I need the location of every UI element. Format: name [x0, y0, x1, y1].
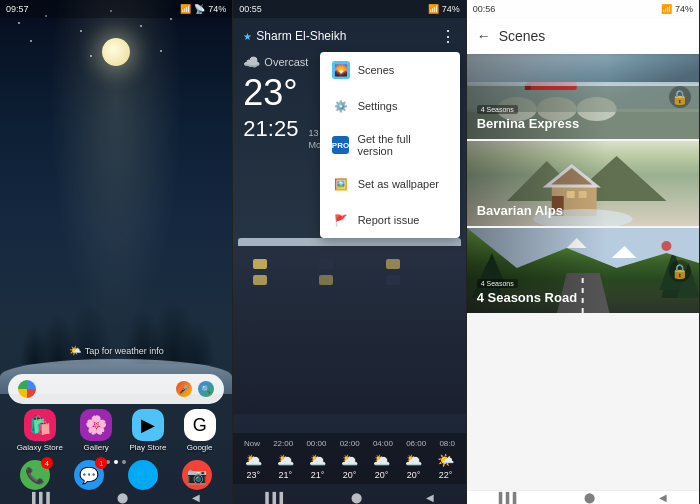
back-button[interactable]: ← [477, 28, 491, 44]
fc-item-4: 🌥️ 20° [373, 452, 390, 480]
pro-menu-icon: PRO [332, 136, 350, 154]
phone-badge: 4 [41, 457, 53, 469]
search-bar[interactable]: 🎤 🔍 [8, 374, 224, 404]
scene-tag-seasons: 4 Seasons [477, 279, 518, 288]
play-store-icon[interactable]: ▶ Play Store [129, 409, 166, 452]
fc-item-0: 🌥️ 23° [245, 452, 262, 480]
back-button[interactable]: ◀ [426, 492, 434, 503]
back-button[interactable]: ◀ [659, 492, 667, 503]
home-button[interactable]: ⬤ [351, 492, 362, 503]
forecast-hours: 🌥️ 23° 🌥️ 21° 🌥️ 21° 🌥️ 20° 🌥️ 20° 🌥️ [237, 452, 461, 480]
phone-icon[interactable]: 📞 4 [20, 460, 50, 490]
recent-apps-button[interactable]: ▌▌▌ [265, 492, 286, 503]
battery-text: 74% [442, 4, 460, 14]
scene-name-bernina: Bernina Express [477, 116, 689, 131]
snow-roof [238, 238, 460, 246]
status-time: 00:56 [473, 4, 496, 14]
menu-item-report[interactable]: 🚩 Report issue [320, 202, 460, 238]
fc-temp-3: 20° [343, 470, 357, 480]
scene-item-bavarian[interactable]: Bavarian Alps [467, 141, 699, 226]
fc-temp-5: 20° [407, 470, 421, 480]
app-title: ★ Sharm El-Sheikh [243, 29, 346, 43]
scenes-list: 4 Seasons Bernina Express 🔒 [467, 54, 699, 490]
building [233, 244, 465, 414]
building-windows [233, 244, 465, 300]
window [253, 259, 267, 269]
favorite-icon: ★ [243, 31, 252, 42]
more-options-button[interactable]: ⋮ [440, 27, 456, 46]
scene-item-bernina[interactable]: 4 Seasons Bernina Express 🔒 [467, 54, 699, 139]
menu-scenes-label: Scenes [358, 64, 395, 76]
fc-item-3: 🌥️ 20° [341, 452, 358, 480]
menu-pro-label: Get the full version [357, 133, 447, 157]
back-button[interactable]: ◀ [192, 492, 200, 503]
camera-icon[interactable]: 📷 [182, 460, 212, 490]
play-store-img: ▶ [132, 409, 164, 441]
signal-icon: 📶 [428, 4, 439, 14]
fc-icon-4: 🌥️ [373, 452, 390, 468]
battery-text: 74% [208, 4, 226, 14]
menu-settings-label: Settings [358, 100, 398, 112]
fc-temp-1: 21° [279, 470, 293, 480]
menu-item-pro[interactable]: PRO Get the full version [320, 124, 460, 166]
menu-item-settings[interactable]: ⚙️ Settings [320, 88, 460, 124]
recent-apps-button[interactable]: ▌▌▌ [499, 492, 520, 503]
dropdown-menu: 🌄 Scenes ⚙️ Settings PRO Get the full ve… [320, 52, 460, 238]
wallpaper-menu-icon: 🖼️ [332, 175, 350, 193]
condition-text: Overcast [264, 56, 308, 68]
report-menu-icon: 🚩 [332, 211, 350, 229]
status-bar: 09:57 📶 📡 74% [0, 0, 232, 18]
google-icon[interactable]: G Google [184, 409, 216, 452]
status-time: 00:55 [239, 4, 262, 14]
browser-icon[interactable]: 🌐 [128, 460, 158, 490]
menu-report-label: Report issue [358, 214, 420, 226]
lock-icon-seasons: 🔒 [669, 260, 691, 282]
signal-icon: 📶 [180, 4, 191, 14]
galaxy-store-icon[interactable]: 🛍️ Galaxy Store [17, 409, 63, 452]
fc-icon-1: 🌥️ [277, 452, 294, 468]
moon-icon [102, 38, 130, 66]
scenes-menu-icon: 🌄 [332, 61, 350, 79]
dock: 📞 4 💬 1 🌐 📷 [0, 460, 232, 490]
gallery-icon[interactable]: 🌸 Gallery [80, 409, 112, 452]
window [319, 275, 333, 285]
scene-info-seasons: 4 Seasons 4 Seasons Road [477, 272, 689, 305]
scenes-toolbar: ← Scenes [467, 18, 699, 54]
app-bar: ★ Sharm El-Sheikh ⋮ [233, 18, 465, 54]
scene-info-bernina: 4 Seasons Bernina Express [477, 98, 689, 131]
scenes-title: Scenes [499, 28, 689, 44]
fc-item-1: 🌥️ 21° [277, 452, 294, 480]
time-display: 21:25 [243, 116, 298, 142]
gallery-label: Gallery [84, 443, 109, 452]
recent-apps-button[interactable]: ▌▌▌ [32, 492, 53, 503]
fc-temp-6: 22° [439, 470, 453, 480]
scene-item-seasons[interactable]: 4 Seasons 4 Seasons Road 🔒 [467, 228, 699, 313]
google-img: G [184, 409, 216, 441]
weather-app-panel: 00:55 📶 74% ★ Sharm El-Sheikh ⋮ ☁️ Overc [233, 0, 466, 504]
status-time: 09:57 [6, 4, 29, 14]
scene-name-bavarian: Bavarian Alps [477, 203, 689, 218]
weather-widget[interactable]: 🌤️ Tap for weather info [69, 345, 164, 356]
scene-name-seasons: 4 Seasons Road [477, 290, 689, 305]
play-store-label: Play Store [129, 443, 166, 452]
fc-item-2: 🌥️ 21° [309, 452, 326, 480]
status-bar: 00:56 📶 74% [467, 0, 699, 18]
window [253, 275, 267, 285]
menu-item-wallpaper[interactable]: 🖼️ Set as wallpaper [320, 166, 460, 202]
fc-label-0200: 02:00 [340, 439, 360, 448]
app-icons-row: 🛍️ Galaxy Store 🌸 Gallery ▶ Play Store G… [0, 409, 232, 452]
location-title: Sharm El-Sheikh [256, 29, 346, 43]
lens-search-icon[interactable]: 🔍 [198, 381, 214, 397]
forecast-bar: Now 22:00 00:00 02:00 04:00 06:00 08:0 🌥… [233, 433, 465, 484]
galaxy-store-label: Galaxy Store [17, 443, 63, 452]
messages-icon[interactable]: 💬 1 [74, 460, 104, 490]
menu-item-scenes[interactable]: 🌄 Scenes [320, 52, 460, 88]
google-logo [18, 380, 36, 398]
home-button[interactable]: ⬤ [584, 492, 595, 503]
messages-badge: 1 [95, 457, 107, 469]
home-button[interactable]: ⬤ [117, 492, 128, 503]
fc-icon-6: 🌤️ [437, 452, 454, 468]
navigation-bar: ▌▌▌ ⬤ ◀ [0, 490, 232, 504]
fc-label-now: Now [244, 439, 260, 448]
voice-search-icon[interactable]: 🎤 [176, 381, 192, 397]
